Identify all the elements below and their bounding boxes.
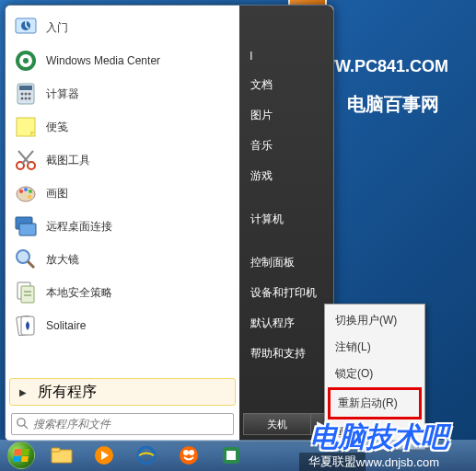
program-label: 便笺 <box>46 120 68 135</box>
windows-orb-icon <box>7 442 35 469</box>
submenu-item-1[interactable]: 注销(L) <box>328 334 422 361</box>
svg-rect-29 <box>21 286 34 303</box>
start-menu-right-panel: l 文档图片音乐游戏计算机控制面板设备和打印机默认程序帮助和支持 关机 ▶ <box>239 6 333 441</box>
magnifier-icon <box>13 247 39 272</box>
svg-rect-6 <box>19 86 32 90</box>
taskbar-app-1[interactable] <box>168 442 209 469</box>
program-label: Solitaire <box>46 319 86 332</box>
program-label: 画图 <box>46 186 68 201</box>
svg-point-43 <box>189 450 194 455</box>
svg-point-26 <box>17 250 29 263</box>
taskbar-app-2[interactable] <box>211 442 251 469</box>
bottom-url-text: www.dnjsb.com <box>356 455 439 469</box>
right-panel-item-5[interactable]: 控制面板 <box>239 247 333 278</box>
program-item-9[interactable]: Solitaire <box>7 309 238 342</box>
paint-icon <box>13 180 39 206</box>
submenu-item-3[interactable]: 重新启动(R) <box>328 387 422 419</box>
program-item-2[interactable]: 计算器 <box>7 77 238 110</box>
svg-line-27 <box>28 261 34 268</box>
program-item-8[interactable]: 本地安全策略 <box>7 276 238 309</box>
svg-point-12 <box>29 98 31 100</box>
calculator-icon <box>13 81 39 107</box>
svg-point-23 <box>28 195 31 199</box>
svg-rect-37 <box>52 448 60 452</box>
program-label: 截图工具 <box>46 153 90 168</box>
svg-point-34 <box>17 419 25 426</box>
taskbar-wmp[interactable] <box>84 442 124 469</box>
wmc-icon <box>13 48 39 74</box>
right-panel-item-8[interactable]: 帮助和支持 <box>239 339 333 369</box>
svg-line-35 <box>24 425 28 429</box>
program-item-6[interactable]: 远程桌面连接 <box>7 210 238 243</box>
program-label: 入门 <box>46 20 68 36</box>
submenu-item-2[interactable]: 锁定(O) <box>328 361 422 387</box>
svg-point-4 <box>23 58 29 63</box>
svg-point-41 <box>180 446 198 465</box>
all-programs-label: 所有程序 <box>38 383 97 402</box>
program-item-0[interactable]: 入门 <box>7 11 238 44</box>
svg-point-7 <box>21 93 24 96</box>
svg-point-42 <box>183 450 189 455</box>
shutdown-button[interactable]: 关机 <box>243 413 311 435</box>
rdp-icon <box>13 213 39 239</box>
svg-point-8 <box>25 93 28 96</box>
svg-point-10 <box>21 98 24 100</box>
svg-rect-45 <box>226 451 236 460</box>
start-menu: 入门Windows Media Center计算器便笺截图工具画图远程桌面连接放… <box>5 5 334 442</box>
program-list: 入门Windows Media Center计算器便笺截图工具画图远程桌面连接放… <box>6 6 239 376</box>
program-item-1[interactable]: Windows Media Center <box>7 44 238 77</box>
right-panel-item-7[interactable]: 默认程序 <box>239 308 333 339</box>
snip-icon <box>13 147 39 173</box>
search-box[interactable] <box>11 413 234 435</box>
watermark-site: 电脑百事网 <box>347 92 439 117</box>
bottom-brand-text: 电脑技术吧 <box>310 419 448 456</box>
all-programs-button[interactable]: ▶ 所有程序 <box>9 378 236 406</box>
svg-point-21 <box>24 188 28 191</box>
right-panel-item-0[interactable]: 文档 <box>239 70 333 100</box>
right-panel-item-2[interactable]: 音乐 <box>239 131 333 161</box>
sticky-icon <box>13 114 39 140</box>
arrow-right-icon: ▶ <box>19 387 27 397</box>
monitor-icon <box>13 15 39 40</box>
program-item-7[interactable]: 放大镜 <box>7 243 238 276</box>
svg-point-9 <box>29 93 31 96</box>
program-label: 远程桌面连接 <box>46 219 112 235</box>
submenu-item-0[interactable]: 切换用户(W) <box>328 307 422 334</box>
taskbar-explorer[interactable] <box>41 442 82 469</box>
start-button[interactable] <box>2 440 41 471</box>
program-label: 本地安全策略 <box>46 285 112 301</box>
search-input[interactable] <box>33 418 229 431</box>
svg-point-11 <box>25 98 28 100</box>
taskbar-ie[interactable] <box>126 442 167 469</box>
search-icon <box>16 417 29 431</box>
solitaire-icon <box>13 313 39 339</box>
user-name-item[interactable]: l <box>239 42 333 70</box>
right-panel-item-6[interactable]: 设备和打印机 <box>239 278 333 308</box>
program-item-5[interactable]: 画图 <box>7 177 238 210</box>
security-icon <box>13 280 39 305</box>
right-panel-item-4[interactable]: 计算机 <box>239 204 333 235</box>
right-panel-item-1[interactable]: 图片 <box>239 100 333 131</box>
program-label: 放大镜 <box>46 252 79 268</box>
program-item-3[interactable]: 便笺 <box>7 110 238 144</box>
right-panel-item-3[interactable]: 游戏 <box>239 161 333 191</box>
start-menu-left-panel: 入门Windows Media Center计算器便笺截图工具画图远程桌面连接放… <box>6 6 239 441</box>
svg-point-20 <box>19 190 23 193</box>
spacer <box>239 235 333 247</box>
svg-point-22 <box>29 190 32 193</box>
program-item-4[interactable]: 截图工具 <box>7 144 238 177</box>
program-label: 计算器 <box>46 86 79 102</box>
svg-rect-25 <box>19 224 36 236</box>
spacer <box>239 191 333 204</box>
program-label: Windows Media Center <box>46 54 160 67</box>
